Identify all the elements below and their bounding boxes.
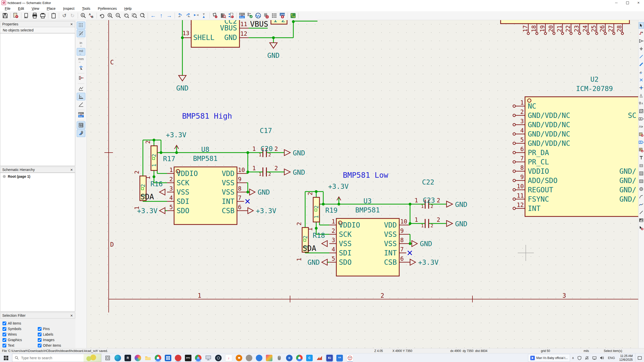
wire-hv-button[interactable] [77,93,85,100]
cursor-shape-button[interactable] [77,64,85,72]
hierarchy-close-icon[interactable]: ✕ [70,168,73,172]
filter-other-checkbox[interactable] [38,344,42,347]
nav-up-button[interactable]: ↑ [157,12,165,19]
jumper-symbol[interactable]: 1 2 [271,20,287,24]
app-icon-edge[interactable] [114,355,121,361]
import-hier-label-button[interactable]: A [639,139,644,146]
filter-images-checkbox[interactable] [38,338,42,342]
task-view-button[interactable] [104,355,111,361]
highlight-net-button[interactable] [639,30,644,36]
app-icon-krita[interactable] [266,355,272,361]
hierarchy-navigator-button[interactable] [77,121,85,129]
tray-chevron-icon[interactable]: ∧ [572,356,574,360]
place-text-button[interactable] [639,155,644,161]
bmp581-u8-symbol[interactable]: U8 BMP581 1 2 3 4 5 10 9 8 7 6 VDDIO SCK [167,146,248,224]
place-image-button[interactable] [639,217,644,223]
import-sheet-pin-button[interactable]: A [639,147,644,153]
mirror-v-button[interactable] [192,12,200,19]
erc-button[interactable] [246,12,254,19]
save-button[interactable] [1,12,9,19]
app-icon-matlab[interactable] [316,355,323,361]
filter-text-checkbox[interactable] [3,344,6,347]
draw-line-button[interactable] [639,209,644,216]
draw-arc-button[interactable] [639,194,644,200]
filter-all-items[interactable]: All items [3,321,38,325]
media-control[interactable]: Man Vs Baby official t... [528,354,570,362]
hierarchical-label-button[interactable]: A [639,116,644,122]
nav-forward-button[interactable]: → [165,12,173,19]
draw-rectangle-button[interactable] [639,178,644,185]
place-table-button[interactable] [639,170,644,177]
zoom-objects-button[interactable] [130,12,138,19]
assign-footprints-button[interactable] [262,12,270,19]
schematic-setup-button[interactable] [12,12,20,19]
zoom-fit-button[interactable] [122,12,130,19]
annotate-button[interactable]: R??R42 [238,12,246,19]
icm20789-u2-symbol[interactable]: U2 ICM-20789 1 2 3 4 5 6 7 8 9 10 11 12 [513,75,638,216]
usb-connector-symbol[interactable]: CC2 VBUS GND SHELL 11 12 13 [182,20,249,47]
minimize-button[interactable] [611,0,622,6]
app-icon-mouse-settings[interactable] [276,355,283,361]
edit-symbol-fields-button[interactable] [211,12,219,19]
zoom-selection-button[interactable] [138,12,146,19]
app-icon-paint[interactable] [286,355,293,361]
filter-wires[interactable]: Wires [3,332,38,336]
filter-graphics-checkbox[interactable] [3,338,6,342]
bmp581-low-block[interactable]: BMP581 Low +3.3V 1 2 2 1 R19 [296,171,467,276]
vbus-net[interactable]: VBUS [249,20,268,28]
filter-images[interactable]: Images [38,338,73,342]
properties-close-icon[interactable]: ✕ [70,22,73,26]
app-icon-c[interactable]: C [306,355,313,361]
menu-tools[interactable]: Tools [78,6,94,11]
app-icon-pa[interactable]: ᴬᴬ [336,355,343,361]
global-label-button[interactable]: A [639,100,644,107]
taskbar-search[interactable] [12,354,101,362]
wire-free-angle-button[interactable] [77,85,85,92]
units-mm-button[interactable]: mm↔ [77,56,85,64]
sheet-pin-button[interactable]: A [639,123,644,130]
symbol-fields-table-button[interactable] [270,12,278,19]
filter-other-items[interactable]: Other items [38,343,73,347]
symbol-library-browser-button[interactable] [219,12,227,19]
app-icon-copilot[interactable] [135,355,141,361]
zoom-out-button[interactable] [114,12,122,19]
app-icon-chrome-1[interactable] [155,355,161,361]
nav-back-button[interactable]: ← [149,12,157,19]
menu-preferences[interactable]: Preferences [94,6,121,11]
menu-help[interactable]: Help [120,6,135,11]
place-symbol-button[interactable] [639,38,644,44]
paste-button[interactable] [50,12,58,19]
app-icon-music[interactable]: ♪ [225,354,232,361]
draw-wire-button[interactable] [639,53,644,60]
filter-symbols[interactable]: Symbols [3,327,38,331]
rotate-ccw-button[interactable] [176,12,184,19]
tray-volume-icon[interactable] [600,356,604,360]
filter-pins[interactable]: Pins [38,327,73,331]
app-icon-discord[interactable] [175,355,181,361]
rotate-cw-button[interactable] [184,12,192,19]
hidden-pins-button[interactable] [77,74,85,82]
app-icon-sticker[interactable] [346,354,353,361]
filter-text[interactable]: Text [3,343,38,347]
bmp581-u3-symbol[interactable]: U3 BMP581 1 2 3 4 5 10 9 8 7 6 VDDIO SCK [329,197,410,276]
close-button[interactable]: ✕ [633,0,644,6]
app-icon-skype[interactable] [256,355,262,361]
app-icon-chrome-3[interactable] [296,355,303,361]
selection-filter-close-icon[interactable]: ✕ [70,314,73,318]
zoom-in-button[interactable] [106,12,114,19]
schematic-canvas[interactable]: C D 1 2 3 CC2 VBUS GND SHELL 11 12 13 VB… [87,20,638,348]
draw-bezier-button[interactable] [639,201,644,208]
app-icon-obs[interactable] [205,355,212,361]
select-tool-button[interactable] [639,22,644,29]
vss-gnd-label[interactable]: GND [420,240,432,248]
hierarchy-header[interactable]: Schematic Hierarchy ✕ [0,167,75,173]
selection-filter-header[interactable]: Selection Filter ✕ [0,312,75,319]
vss-gnd-label[interactable]: GND [258,188,270,196]
filter-all-items-checkbox[interactable] [3,322,6,325]
filter-labels-checkbox[interactable] [38,333,42,336]
app-icon-kicad[interactable]: Ki [326,355,333,361]
page-settings-button[interactable] [23,12,31,19]
sdo-net-label[interactable]: +3.3V [137,207,157,215]
units-inches-button[interactable]: in↔ [77,40,85,48]
wire-45deg-button[interactable] [77,101,85,108]
